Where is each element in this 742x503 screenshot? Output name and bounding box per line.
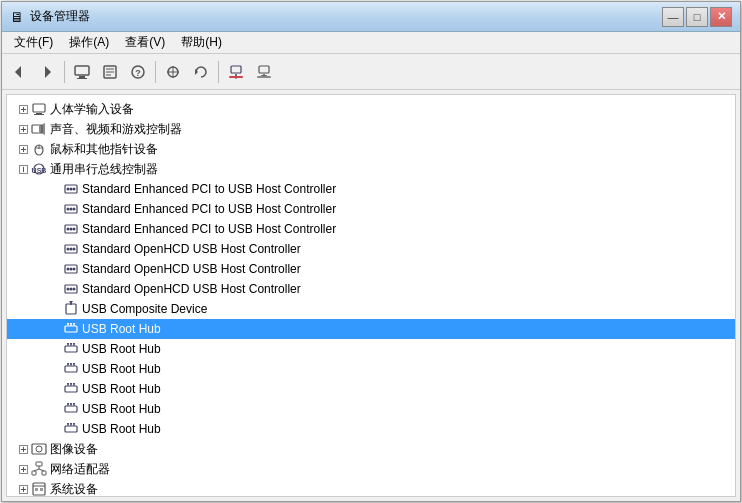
svg-point-51: [73, 208, 76, 211]
tree-item-mouse[interactable]: 鼠标和其他指针设备: [7, 139, 735, 159]
tree-expander[interactable]: [15, 101, 31, 117]
tree-item-icon: [63, 181, 79, 197]
svg-rect-27: [36, 113, 42, 114]
svg-rect-15: [231, 66, 241, 73]
properties-button[interactable]: [97, 59, 123, 85]
svg-rect-111: [70, 423, 72, 425]
tree-item-audio[interactable]: 声音、视频和游戏控制器: [7, 119, 735, 139]
svg-rect-78: [65, 346, 77, 352]
tree-item-network[interactable]: 网络适配器: [7, 459, 735, 479]
tree-item-icon: [63, 381, 79, 397]
svg-rect-110: [67, 423, 69, 425]
svg-point-50: [70, 208, 73, 211]
svg-text:?: ?: [135, 68, 141, 78]
tree-item-system[interactable]: 系统设备: [7, 479, 735, 497]
svg-rect-71: [65, 326, 77, 332]
tree-item-usb-hub-6[interactable]: USB Root Hub: [7, 419, 735, 439]
tree-expander[interactable]: [15, 121, 31, 137]
tree-expander-placeholder: [47, 201, 63, 217]
tree-item-label: 通用串行总线控制器: [50, 161, 158, 178]
uninstall-button[interactable]: [251, 59, 277, 85]
menu-bar: 文件(F) 操作(A) 查看(V) 帮助(H): [2, 32, 740, 54]
tree-expander[interactable]: [15, 441, 31, 457]
tree-item-label: 鼠标和其他指针设备: [50, 141, 158, 158]
tree-item-usb-ohci-2[interactable]: Standard OpenHCD USB Host Controller: [7, 259, 735, 279]
device-tree[interactable]: 人体学输入设备 声音、视频和游戏控制器 鼠标和其他指针设备 USB通用串行总线控…: [6, 94, 736, 497]
menu-view[interactable]: 查看(V): [117, 32, 173, 53]
back-button[interactable]: [6, 59, 32, 85]
tree-expander[interactable]: [15, 461, 31, 477]
tree-expander[interactable]: [15, 481, 31, 497]
svg-rect-132: [35, 488, 38, 491]
tree-item-usb-hub-2[interactable]: USB Root Hub: [7, 339, 735, 359]
svg-point-54: [70, 228, 73, 231]
tree-item-usb-hub-3[interactable]: USB Root Hub: [7, 359, 735, 379]
tree-item-usb-composite[interactable]: USB Composite Device: [7, 299, 735, 319]
svg-rect-76: [70, 323, 72, 325]
svg-rect-96: [67, 383, 69, 385]
tree-expander-placeholder: [47, 361, 63, 377]
computer-button[interactable]: [69, 59, 95, 85]
tree-item-human-input[interactable]: 人体学输入设备: [7, 99, 735, 119]
forward-button[interactable]: [34, 59, 60, 85]
tree-item-icon: [31, 461, 47, 477]
maximize-button[interactable]: □: [686, 7, 708, 27]
scan-button[interactable]: [160, 59, 186, 85]
svg-rect-90: [70, 363, 72, 365]
title-bar: 🖥 设备管理器 — □ ✕: [2, 2, 740, 32]
tree-item-usb-pci-2[interactable]: Standard Enhanced PCI to USB Host Contro…: [7, 199, 735, 219]
tree-expander[interactable]: [15, 141, 31, 157]
tree-item-usb-hub-1[interactable]: USB Root Hub: [7, 319, 735, 339]
device-manager-window: 🖥 设备管理器 — □ ✕ 文件(F) 操作(A) 查看(V) 帮助(H) ?: [1, 1, 741, 502]
tree-item-usb-ohci-1[interactable]: Standard OpenHCD USB Host Controller: [7, 239, 735, 259]
tree-item-icon: [63, 341, 79, 357]
menu-help[interactable]: 帮助(H): [173, 32, 230, 53]
tree-expander-placeholder: [47, 321, 63, 337]
svg-rect-112: [73, 423, 75, 425]
help-button[interactable]: ?: [125, 59, 151, 85]
refresh-button[interactable]: [188, 59, 214, 85]
tree-item-label: USB Root Hub: [82, 402, 161, 416]
svg-rect-18: [229, 76, 243, 78]
tree-item-icon: [63, 201, 79, 217]
toolbar-sep-1: [64, 61, 65, 83]
tree-item-label: Standard Enhanced PCI to USB Host Contro…: [82, 182, 336, 196]
tree-item-icon: [31, 121, 47, 137]
svg-rect-89: [67, 363, 69, 365]
tree-item-label: USB Root Hub: [82, 382, 161, 396]
update-button[interactable]: [223, 59, 249, 85]
tree-item-usb-root[interactable]: USB通用串行总线控制器: [7, 159, 735, 179]
svg-point-46: [70, 188, 73, 191]
svg-rect-4: [77, 78, 87, 79]
menu-action[interactable]: 操作(A): [61, 32, 117, 53]
tree-item-usb-pci-1[interactable]: Standard Enhanced PCI to USB Host Contro…: [7, 179, 735, 199]
svg-rect-98: [73, 383, 75, 385]
tree-item-label: USB Root Hub: [82, 322, 161, 336]
tree-item-label: 声音、视频和游戏控制器: [50, 121, 182, 138]
tree-item-usb-hub-4[interactable]: USB Root Hub: [7, 379, 735, 399]
close-button[interactable]: ✕: [710, 7, 732, 27]
tree-item-usb-ohci-3[interactable]: Standard OpenHCD USB Host Controller: [7, 279, 735, 299]
svg-rect-77: [73, 323, 75, 325]
minimize-button[interactable]: —: [662, 7, 684, 27]
svg-point-47: [73, 188, 76, 191]
tree-item-usb-hub-5[interactable]: USB Root Hub: [7, 399, 735, 419]
tree-item-usb-pci-3[interactable]: Standard Enhanced PCI to USB Host Contro…: [7, 219, 735, 239]
svg-line-125: [34, 469, 39, 471]
tree-expander[interactable]: [15, 161, 31, 177]
tree-item-label: Standard OpenHCD USB Host Controller: [82, 262, 301, 276]
svg-rect-22: [257, 76, 271, 78]
tree-item-icon: [63, 401, 79, 417]
svg-rect-106: [65, 426, 77, 432]
svg-rect-99: [65, 406, 77, 412]
svg-rect-26: [33, 104, 45, 112]
tree-item-label: Standard OpenHCD USB Host Controller: [82, 282, 301, 296]
tree-item-imaging[interactable]: 图像设备: [7, 439, 735, 459]
menu-file[interactable]: 文件(F): [6, 32, 61, 53]
svg-rect-85: [65, 366, 77, 372]
tree-item-label: 网络适配器: [50, 461, 110, 478]
svg-point-45: [67, 188, 70, 191]
svg-rect-75: [67, 323, 69, 325]
window-icon: 🖥: [10, 9, 24, 25]
svg-point-57: [67, 248, 70, 251]
